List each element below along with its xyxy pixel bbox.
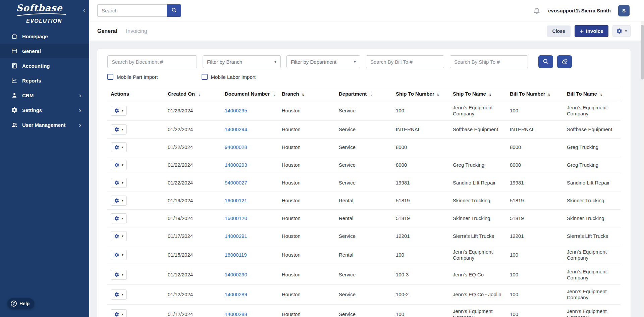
- cell-created-on: 01/12/2024: [164, 285, 221, 305]
- tab-invoicing[interactable]: Invoicing: [126, 28, 147, 34]
- document-search-input[interactable]: [107, 55, 197, 68]
- column-header-branch[interactable]: Branch↑↓: [278, 87, 335, 101]
- sidebar-item-label: Accounting: [22, 63, 50, 69]
- table-body: ▾ 01/23/2024 14000295 Houston Service 10…: [107, 101, 621, 317]
- cell-document-number: 16000121: [221, 192, 278, 210]
- cell-department: Service: [335, 227, 392, 245]
- cell-ship-to-name: Jenn's Equipment Company: [449, 245, 506, 265]
- chevron-right-icon: ›: [79, 92, 81, 99]
- column-header-department[interactable]: Department↑↓: [335, 87, 392, 101]
- sort-icon[interactable]: ↑↓: [272, 92, 274, 96]
- row-actions-button[interactable]: ▾: [111, 309, 127, 317]
- ship-to-search-input[interactable]: [450, 55, 528, 68]
- close-button[interactable]: Close: [547, 25, 571, 37]
- cell-created-on: 01/12/2024: [164, 265, 221, 285]
- crm-icon: [11, 92, 18, 99]
- cell-created-on: 01/15/2024: [164, 245, 221, 265]
- cell-branch: Houston: [278, 121, 335, 139]
- document-number-link[interactable]: 14000294: [225, 126, 247, 132]
- column-header-ship-to-number[interactable]: Ship To Number↑↓: [392, 87, 449, 101]
- row-actions-button[interactable]: ▾: [111, 231, 127, 241]
- mobile-part-import-checkbox[interactable]: Mobile Part Import: [107, 74, 158, 80]
- sidebar-item-reports[interactable]: Reports: [0, 73, 89, 88]
- document-number-link[interactable]: 14000289: [225, 292, 247, 297]
- mobile-labor-import-checkbox[interactable]: Mobile Labor Import: [202, 74, 256, 80]
- sidebar-item-label: Reports: [22, 78, 41, 84]
- sidebar-item-user-management[interactable]: User Management ›: [0, 117, 89, 132]
- row-actions-button[interactable]: ▾: [111, 160, 127, 170]
- column-header-label: Ship To Number: [396, 91, 434, 97]
- row-actions-button[interactable]: ▾: [111, 106, 127, 116]
- notification-bell-icon[interactable]: [533, 7, 541, 14]
- row-actions-button[interactable]: ▾: [111, 124, 127, 135]
- search-icon: [171, 7, 177, 14]
- sidebar-collapse-icon[interactable]: ‹: [83, 5, 86, 15]
- global-search-input[interactable]: [97, 4, 167, 17]
- cell-branch: Houston: [278, 156, 335, 174]
- sort-icon[interactable]: ↑↓: [302, 92, 304, 96]
- sort-icon[interactable]: ↑↓: [599, 92, 602, 96]
- clear-filters-button[interactable]: [557, 55, 572, 68]
- row-actions-button[interactable]: ▾: [111, 213, 127, 223]
- document-number-link[interactable]: 14000290: [225, 272, 247, 277]
- column-header-bill-to-name[interactable]: Bill To Name↑↓: [564, 87, 621, 101]
- cell-created-on: 01/22/2024: [164, 121, 221, 139]
- document-number-link[interactable]: 94000027: [225, 180, 247, 186]
- chevron-down-icon: ▾: [122, 234, 123, 238]
- add-invoice-button[interactable]: + Invoice: [575, 25, 609, 37]
- column-header-document-number[interactable]: Document Number↑↓: [221, 87, 278, 101]
- branch-filter-placeholder: Filter by Branch: [207, 59, 242, 65]
- sort-icon[interactable]: ↑↓: [488, 92, 491, 96]
- sidebar-nav: Homepage General Accounting Reports CRM …: [0, 29, 89, 132]
- department-filter-select[interactable]: Filter by Department ▾: [286, 55, 360, 68]
- document-number-link[interactable]: 16000119: [225, 252, 247, 258]
- plus-icon: +: [580, 29, 584, 34]
- cell-branch: Houston: [278, 174, 335, 192]
- document-number-link[interactable]: 14000288: [225, 311, 247, 317]
- sidebar-item-accounting[interactable]: Accounting: [0, 58, 89, 73]
- document-number-link[interactable]: 14000291: [225, 233, 247, 239]
- sidebar-item-homepage[interactable]: Homepage: [0, 29, 89, 44]
- column-header-created-on[interactable]: Created On↑↓: [164, 87, 221, 101]
- branch-filter-select[interactable]: Filter by Branch ▾: [203, 55, 281, 68]
- cell-document-number: 16000120: [221, 210, 278, 227]
- sidebar-item-label: Settings: [22, 107, 42, 113]
- help-button[interactable]: ? Help: [7, 298, 34, 309]
- column-header-ship-to-name[interactable]: Ship To Name↑↓: [449, 87, 506, 101]
- bill-to-search-input[interactable]: [366, 55, 444, 68]
- scrollbar-thumb[interactable]: [641, 25, 644, 80]
- cell-bill-to-number: 100: [506, 305, 564, 317]
- sidebar-item-settings[interactable]: Settings ›: [0, 103, 89, 117]
- column-header-bill-to-number[interactable]: Bill To Number↑↓: [506, 87, 564, 101]
- sort-icon[interactable]: ↑↓: [548, 92, 550, 96]
- row-actions-button[interactable]: ▾: [111, 250, 127, 260]
- sidebar-item-general[interactable]: General: [0, 44, 89, 58]
- document-number-link[interactable]: 16000121: [225, 198, 247, 203]
- sidebar-item-crm[interactable]: CRM ›: [0, 88, 89, 103]
- scrollbar[interactable]: [641, 21, 644, 317]
- checkbox-icon: [202, 74, 208, 80]
- sort-icon[interactable]: ↑↓: [437, 92, 439, 96]
- sidebar-item-label: General: [22, 48, 41, 54]
- document-number-link[interactable]: 14000295: [225, 108, 247, 113]
- row-actions-button[interactable]: ▾: [111, 178, 127, 188]
- row-actions-button[interactable]: ▾: [111, 142, 127, 152]
- row-actions-button[interactable]: ▾: [111, 196, 127, 206]
- cell-bill-to-name: Jenn's Equipment Company: [564, 265, 621, 285]
- sort-icon[interactable]: ↑↓: [197, 92, 200, 96]
- document-number-link[interactable]: 14000293: [225, 162, 247, 168]
- tab-general[interactable]: General: [97, 28, 117, 34]
- brand-subname: EVOLUTION: [16, 18, 89, 24]
- sort-icon[interactable]: ↑↓: [369, 92, 371, 96]
- cell-ship-to-number: INTERNAL: [392, 121, 449, 139]
- settings-dropdown-button[interactable]: ▾: [612, 25, 631, 37]
- global-search-button[interactable]: [167, 4, 181, 17]
- filter-search-button[interactable]: [538, 55, 553, 68]
- document-number-link[interactable]: 16000120: [225, 215, 247, 221]
- document-number-link[interactable]: 94000028: [225, 144, 247, 150]
- cell-bill-to-name: Skinner Trucking: [564, 192, 621, 210]
- row-actions-button[interactable]: ▾: [111, 270, 127, 280]
- cell-branch: Houston: [278, 285, 335, 305]
- row-actions-button[interactable]: ▾: [111, 289, 127, 300]
- avatar[interactable]: S: [618, 5, 630, 16]
